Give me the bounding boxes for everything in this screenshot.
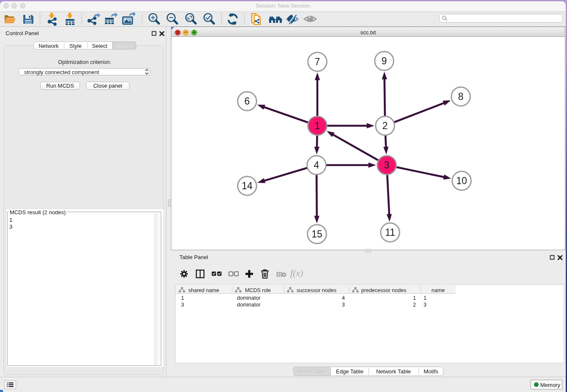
svg-text:9: 9	[382, 55, 387, 66]
svg-text:3: 3	[384, 160, 390, 171]
svg-text:15: 15	[311, 229, 322, 240]
svg-text:6: 6	[245, 96, 250, 107]
svg-text:14: 14	[242, 180, 253, 191]
svg-text:4: 4	[314, 160, 319, 171]
svg-text:2: 2	[383, 120, 388, 131]
svg-text:7: 7	[315, 56, 320, 67]
svg-text:10: 10	[456, 175, 467, 186]
svg-text:1: 1	[315, 120, 320, 131]
svg-text:11: 11	[385, 227, 395, 238]
svg-text:8: 8	[458, 91, 464, 102]
